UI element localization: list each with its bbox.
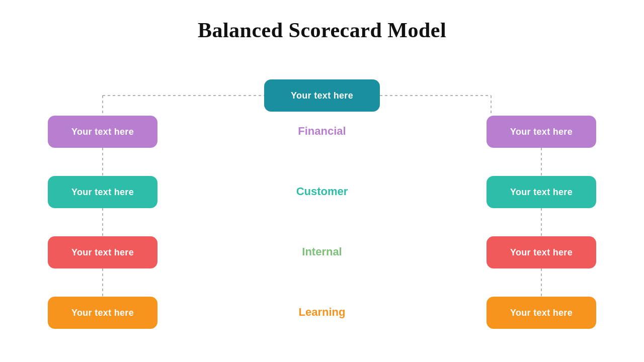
label-learning: Learning bbox=[282, 306, 362, 319]
right-box-2[interactable]: Your text here bbox=[487, 176, 596, 208]
right-box-3[interactable]: Your text here bbox=[487, 236, 596, 268]
right-box-1[interactable]: Your text here bbox=[487, 116, 596, 148]
left-box-3[interactable]: Your text here bbox=[48, 236, 157, 268]
page-title: Balanced Scorecard Model bbox=[0, 0, 644, 42]
left-box-2[interactable]: Your text here bbox=[48, 176, 157, 208]
label-customer: Customer bbox=[282, 185, 362, 198]
left-box-4[interactable]: Your text here bbox=[48, 297, 157, 329]
label-financial: Financial bbox=[282, 125, 362, 138]
top-center-box[interactable]: Your text here bbox=[264, 79, 380, 112]
diagram: Your text here Your text here Your text … bbox=[0, 65, 644, 362]
label-internal: Internal bbox=[282, 245, 362, 258]
right-box-4[interactable]: Your text here bbox=[487, 297, 596, 329]
left-box-1[interactable]: Your text here bbox=[48, 116, 157, 148]
